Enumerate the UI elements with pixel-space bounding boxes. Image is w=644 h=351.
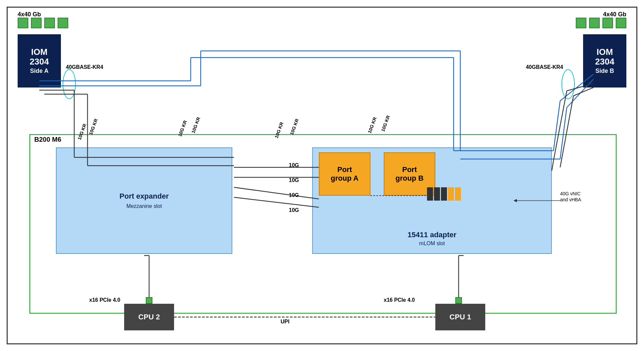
port-squares-left xyxy=(18,18,68,28)
cpu2-connector xyxy=(146,297,152,304)
cpu1-connector xyxy=(455,297,462,304)
connector-dark-3 xyxy=(441,187,447,201)
kr-label-8: 10G KR xyxy=(380,114,391,132)
port-label-right: 4x40 Gb xyxy=(603,11,626,18)
iom-right-title: IOM xyxy=(596,47,613,57)
vnic-label: 40G vNIC and vHBA xyxy=(560,191,600,203)
iom-right-side: Side B xyxy=(595,68,614,75)
port-squares-right xyxy=(576,18,626,28)
iom-left: IOM 2304 Side A xyxy=(18,34,61,88)
iom-right-model: 2304 xyxy=(595,57,614,67)
connector-dark-1 xyxy=(427,187,433,201)
iom-left-model: 2304 xyxy=(30,57,49,67)
kr-label-7: 10G KR xyxy=(367,116,377,134)
port-square xyxy=(616,18,626,28)
connector-orange-2 xyxy=(455,187,461,201)
connector-orange-1 xyxy=(448,187,454,201)
iom-left-title: IOM xyxy=(31,47,47,57)
port-square xyxy=(576,18,586,28)
kr-label-2: 10G KR xyxy=(88,118,99,135)
port-group-a-label: Portgroup A xyxy=(331,165,359,183)
port-square xyxy=(602,18,613,28)
connector-dark-2 xyxy=(434,187,440,201)
port-label-left: 4x40 Gb xyxy=(18,11,41,18)
blade-label: B200 M6 xyxy=(34,136,61,143)
port-square xyxy=(589,18,600,28)
diagram-container: 4x40 Gb 4x40 Gb IOM 2304 Side A IOM 2304… xyxy=(7,7,637,344)
kr-label-4: 10G KR xyxy=(190,116,201,134)
cpu2: CPU 2 xyxy=(124,304,174,330)
adapter-title: 15411 adapter xyxy=(408,231,457,239)
port-group-a: Portgroup A xyxy=(319,152,370,196)
label-10g-2: 10G xyxy=(289,177,299,183)
oval-connector-left xyxy=(63,69,76,99)
svg-line-27 xyxy=(573,88,593,96)
port-square xyxy=(58,18,68,28)
pcie-label-right: x16 PCIe 4.0 xyxy=(384,297,415,303)
label-10g-4: 10G xyxy=(289,207,299,213)
port-square xyxy=(44,18,55,28)
iom-right: IOM 2304 Side B xyxy=(583,34,626,88)
cpu1: CPU 1 xyxy=(435,304,485,330)
port-group-b-label: Portgroup B xyxy=(395,165,423,183)
port-expander-subtitle: Mezzanine slot xyxy=(126,203,162,209)
kr4-label-right: 40GBASE-KR4 xyxy=(526,64,563,70)
label-10g-1: 10G xyxy=(289,162,299,168)
port-square xyxy=(18,18,28,28)
kr4-label-left: 40GBASE-KR4 xyxy=(66,64,103,70)
oval-connector-right xyxy=(561,69,575,99)
port-expander: Port expander Mezzanine slot xyxy=(56,147,232,254)
iom-left-side: Side A xyxy=(30,68,48,75)
connector-icons xyxy=(427,187,461,201)
adapter-subtitle: mLOM slot xyxy=(419,241,445,247)
port-square xyxy=(31,18,42,28)
kr-label-6: 10G KR xyxy=(289,118,300,135)
label-10g-3: 10G xyxy=(289,192,299,198)
port-expander-title: Port expander xyxy=(119,192,169,201)
pcie-label-left: x16 PCIe 4.0 xyxy=(89,297,120,303)
upi-label: UPI xyxy=(281,319,290,325)
